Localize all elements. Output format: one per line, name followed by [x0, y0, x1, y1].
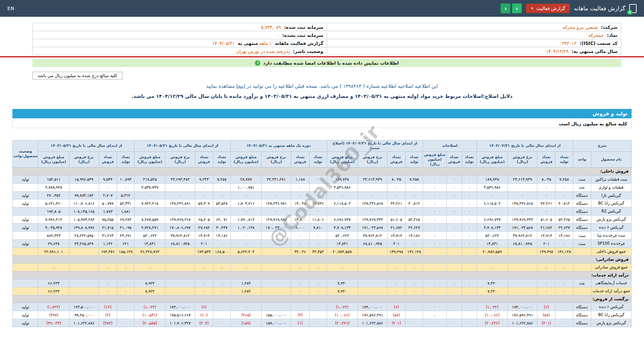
company-info-section: شرکت: صنعتي نيرو محركه سرمایه ثبت شده: ۵… — [33, 23, 621, 55]
value-cell: ۰ — [195, 207, 213, 216]
product-row: گیربکس R2دستگاه۰۰۰۰۰۰۰۰۰۰۰۰۰۰۰۰۰۰۰۱,۸۸۱۱… — [13, 207, 632, 216]
value-cell: ۱,۱۴۲ — [99, 240, 117, 248]
section-row: برگشت از فروش: — [13, 295, 632, 303]
value-cell: ۰ — [99, 279, 117, 287]
value-cell: ۶۶,۲۴۳ — [38, 287, 69, 295]
language-toggle-en[interactable]: EN — [7, 6, 14, 11]
report-navigation: › ‹ — [500, 3, 522, 13]
value-cell: ۰ — [213, 191, 230, 199]
value-cell: ۱۰,۸۹۳ — [117, 175, 135, 183]
previous-report-button[interactable]: ‹ — [500, 3, 511, 13]
previous-version-link[interactable]: اینجا — [236, 83, 245, 89]
value-cell: ۰ — [462, 175, 477, 183]
column-group-header: وضعیت محصول-واحد — [13, 140, 38, 168]
value-cell: ۶۹,۲۸۳ — [117, 216, 135, 224]
value-cell: ۳۷,۹۶۲,۸۱۲ — [358, 232, 387, 240]
value-cell: ۰ — [423, 279, 446, 287]
unit-cell: دستگاه — [573, 303, 591, 311]
value-cell: ۳۲,۳۵۲ — [309, 248, 327, 256]
value-cell — [358, 279, 387, 287]
value-cell — [213, 311, 230, 319]
value-cell: ۰ — [309, 279, 327, 287]
value-cell — [446, 319, 462, 327]
value-cell: ۰ — [423, 240, 446, 248]
value-cell: ۰ — [555, 183, 573, 191]
value-cell: ۲۳,۶۱۳,۹۳۹ — [358, 175, 387, 183]
value-cell: ۱,۰۰۰,۷۵۱ — [230, 183, 261, 191]
value-cell: ۰ — [446, 216, 462, 224]
value-cell: ۱۰۸,۱۳۵,۱۶۵ — [69, 207, 99, 216]
value-cell: ۱۹۴,۳۷۶ — [99, 248, 117, 256]
value-cell: (۲۰,۵۸۵) — [135, 319, 165, 327]
value-cell: ۶۸,۸۱۰,۹۴۵ — [358, 240, 387, 248]
value-cell: ۷۵,۴۵۵ — [99, 216, 117, 224]
value-cell: ۴۰,۸۱۲ — [555, 199, 573, 207]
value-cell: ۰ — [117, 279, 135, 287]
value-cell: ۰ — [462, 240, 477, 248]
value-cell: ۶,۶۹۶,۷۴۷ — [477, 216, 507, 224]
value-cell: ۶۸,۸۱۰,۹۴۵ — [508, 240, 537, 248]
value-cell: ۰ — [555, 287, 573, 295]
value-cell: ۰ — [423, 224, 446, 232]
total-row: جمع فروش صادراتی۰۰۰۰۰۰۰۰۰۰۰۰۰۰۰ — [13, 263, 632, 272]
value-cell: ۰ — [135, 207, 165, 216]
value-cell: ۲,۷۰۷ — [99, 191, 117, 199]
unit-cell: دستگاه — [573, 199, 591, 207]
column-header: نرخ فروش (ریال) — [358, 152, 387, 168]
column-header: تعداد فروش — [195, 152, 213, 168]
value-cell: ۶,۱۱۸,۵۰۲ — [327, 199, 358, 207]
value-cell: ۰ — [555, 191, 573, 199]
status-cell: تولید — [13, 191, 38, 199]
value-cell: ۲۱,۶۸۲ — [537, 224, 555, 232]
value-cell: ۰ — [135, 191, 165, 199]
value-cell: ۰ — [423, 191, 446, 199]
value-cell — [262, 248, 291, 256]
value-cell: ۲۴,۲۳۱,۴۸۱ — [262, 175, 291, 183]
value-cell: ۷,۴۴۰ — [327, 287, 358, 295]
value-cell: ۰ — [537, 191, 555, 199]
value-cell: ۱۳,۸۰۰ — [291, 216, 309, 224]
value-cell: (۲۰۲) — [195, 319, 213, 327]
report-period-label: گزارش فعالیت ماهانه — [275, 41, 323, 46]
value-cell: ۰ — [230, 232, 261, 240]
value-cell — [69, 263, 99, 272]
section-label: فروش داخلی: — [13, 168, 632, 175]
amendment-reason: دلایل اصلاح:اصلاحات مربوط خريد مواد اولي… — [0, 94, 644, 99]
unregistered-capital-cell: سرمایه ثبت نشده: ۰ — [33, 31, 327, 39]
value-cell: ۰ — [423, 183, 446, 191]
value-cell: ۲۱,۰۹۵ — [117, 224, 135, 232]
value-cell: ۰ — [406, 207, 423, 216]
company-value: صنعتي نيرو محركه — [563, 24, 598, 30]
value-cell: ۱۲۹,۷۶۸,۹۸۶ — [262, 216, 291, 224]
next-report-button[interactable]: › — [512, 3, 522, 13]
value-cell: ۵۱,۶۰۵ — [387, 216, 406, 224]
value-cell: ۶۴,۰۷۱ — [213, 216, 230, 224]
value-cell: ۹۹,۲۵۰,۰۰۰ — [69, 311, 99, 319]
value-cell: ۲۱,۶۸۲ — [387, 224, 406, 232]
value-cell: ۳,۵۳۶,۹۸۶ — [327, 183, 358, 191]
status-cell: تولید — [13, 319, 38, 327]
report-type-dropdown[interactable]: گزارش فعالیت ▼ — [526, 4, 570, 13]
value-cell: ۰ — [213, 263, 230, 272]
value-cell: ۰ — [230, 303, 261, 311]
unregistered-capital-label: سرمایه ثبت نشده: — [282, 33, 323, 38]
value-cell — [262, 287, 291, 295]
value-cell — [406, 319, 423, 327]
unit-cell — [573, 287, 591, 295]
value-cell: ۱,۴۸۲ — [230, 279, 261, 287]
product-name-cell: گیربکس پژو پارس — [591, 216, 631, 224]
value-cell: (۲۰,۴۲۶) — [327, 319, 358, 327]
value-cell — [508, 279, 537, 287]
value-cell: ۰ — [446, 175, 462, 183]
value-cell: ۰ — [99, 263, 117, 272]
value-cell: (۱۰,۰۶۶) — [327, 311, 358, 319]
value-cell: (۶) — [387, 303, 406, 311]
value-cell: ۱۳۸,۲۳۶,۸۶۸ — [508, 199, 537, 207]
isic-cell: کد صنعت (ISIC): ۳۴۳۰۱۳ — [327, 39, 621, 47]
value-cell: ۱۳۶,۱۴۸ — [406, 248, 423, 256]
value-cell: ۱,۴۸۲ — [230, 287, 261, 295]
value-cell: ۰ — [309, 232, 327, 240]
product-name-cell: گیربکس پژو پارس — [591, 319, 631, 327]
value-cell: ۰ — [117, 287, 135, 295]
value-cell: ۰ — [537, 287, 555, 295]
